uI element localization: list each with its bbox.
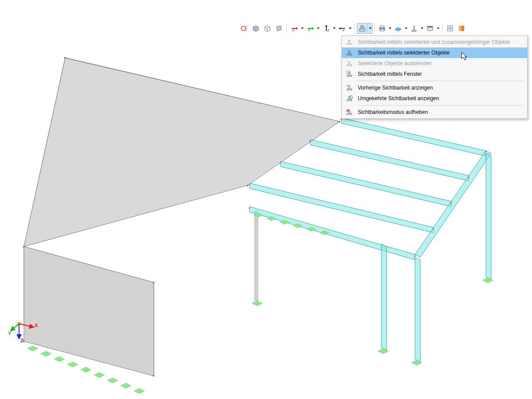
mesh-icon-button[interactable] (445, 23, 455, 34)
menu-visibility-selected[interactable]: Sichtbarkeit mittels selektierter Objekt… (342, 47, 527, 58)
menu-label: Sichtbarkeitsmodus aufheben (358, 108, 428, 116)
svg-line-93 (347, 61, 352, 66)
svg-rect-40 (414, 255, 415, 257)
menu-separator (357, 81, 524, 81)
svg-marker-61 (252, 301, 262, 306)
svg-point-91 (348, 51, 350, 53)
svg-rect-90 (347, 54, 352, 55)
chevron-down-icon[interactable] (332, 23, 336, 34)
svg-rect-22 (23, 246, 24, 247)
svg-line-67 (11, 324, 19, 331)
svg-marker-34 (415, 257, 420, 362)
svg-rect-41 (340, 119, 342, 120)
svg-marker-50 (81, 367, 91, 372)
surface-dropdown[interactable] (392, 23, 408, 34)
svg-rect-23 (247, 185, 248, 186)
svg-marker-48 (54, 356, 65, 362)
view-wire-button[interactable] (262, 23, 273, 34)
chevron-down-icon[interactable] (368, 23, 372, 34)
toolbar-sep-2 (354, 24, 355, 33)
svg-marker-54 (134, 388, 145, 394)
chevron-down-icon[interactable] (404, 23, 408, 34)
menu-label: Vorherige Sichtbarkeit anzeigen (358, 84, 433, 92)
svg-line-66 (19, 324, 34, 327)
svg-rect-98 (347, 113, 352, 115)
microscope-icon (344, 38, 354, 46)
svg-rect-45 (249, 207, 250, 209)
view-iso-button[interactable] (239, 23, 250, 34)
microscope-invert-icon (344, 94, 354, 102)
svg-marker-49 (67, 362, 78, 367)
microscope-back-icon (344, 84, 354, 92)
view-solid-button[interactable] (250, 23, 261, 34)
svg-point-79 (361, 26, 363, 28)
svg-point-69 (241, 26, 246, 31)
view-axis-y-button[interactable]: Y (305, 23, 321, 34)
render-dropdown[interactable] (424, 23, 440, 34)
svg-rect-38 (450, 202, 452, 203)
menu-label: Sichtbarkeit mittels selektierter und zu… (358, 38, 510, 46)
view-axis-z-button[interactable]: Z (321, 23, 336, 34)
svg-marker-35 (381, 244, 387, 350)
menu-visibility-related[interactable]: Sichtbarkeit mittels selektierter und zu… (342, 37, 527, 47)
menu-label: Selektierte Objekte ausblenden (358, 59, 432, 67)
chevron-down-icon[interactable] (388, 23, 392, 34)
svg-text:X: X (292, 28, 295, 32)
toolbar-sep-1 (286, 24, 287, 33)
svg-marker-52 (107, 378, 118, 383)
menu-visibility-previous[interactable]: Vorherige Sichtbarkeit anzeigen (342, 82, 527, 93)
svg-marker-46 (27, 346, 38, 351)
svg-marker-33 (486, 153, 491, 279)
menu-visibility-invert[interactable]: Umgekehrte Sichtbarkeit anzeigen (342, 93, 527, 104)
color-icon-button[interactable] (456, 23, 467, 34)
svg-rect-39 (433, 228, 434, 230)
svg-marker-53 (121, 383, 131, 388)
menu-label: Umgekehrte Sichtbarkeit anzeigen (358, 94, 439, 102)
svg-rect-96 (347, 89, 352, 90)
menu-hide-selected[interactable]: Selektierte Objekte ausblenden (342, 58, 527, 69)
view-axis-negx-button[interactable]: -X (336, 23, 352, 34)
visibility-menu: Sichtbarkeit mittels selektierter und zu… (341, 35, 528, 119)
svg-text:-X: -X (341, 29, 344, 32)
support-dropdown[interactable] (408, 23, 424, 34)
svg-rect-36 (485, 151, 486, 152)
svg-rect-94 (347, 75, 352, 77)
chevron-down-icon[interactable] (348, 23, 352, 34)
axis-gizmo: X Y Z (8, 310, 43, 346)
view-persp-button[interactable] (274, 23, 284, 34)
chevron-down-icon[interactable] (300, 23, 305, 34)
svg-marker-47 (41, 351, 51, 356)
microscope-cancel-icon (344, 108, 354, 116)
svg-rect-86 (459, 26, 462, 31)
svg-rect-44 (249, 184, 250, 185)
svg-rect-88 (347, 43, 352, 45)
svg-rect-81 (380, 26, 384, 27)
menu-visibility-cancel[interactable]: Sichtbarkeitsmodus aufheben (342, 107, 527, 117)
visibility-dropdown[interactable] (356, 23, 372, 34)
chevron-down-icon[interactable] (420, 23, 424, 34)
view-axis-x-button[interactable]: X (289, 23, 305, 34)
svg-rect-97 (347, 100, 352, 101)
svg-rect-42 (309, 141, 311, 142)
svg-marker-27 (341, 118, 486, 156)
chevron-down-icon[interactable] (436, 23, 440, 34)
chevron-down-icon[interactable] (316, 23, 321, 34)
svg-point-89 (348, 40, 350, 42)
menu-separator (357, 105, 524, 106)
print-dropdown[interactable] (376, 23, 392, 34)
svg-rect-26 (153, 375, 154, 376)
svg-rect-78 (360, 29, 365, 31)
svg-rect-87 (462, 26, 464, 31)
svg-rect-25 (153, 282, 154, 283)
svg-rect-43 (280, 162, 281, 164)
axis-y-label: Y (8, 331, 11, 336)
svg-rect-20 (64, 57, 66, 59)
axis-z-label: Z (20, 338, 23, 343)
microscope-off-icon (344, 59, 354, 67)
menu-visibility-window[interactable]: Sichtbarkeit mittels Fenster (342, 69, 527, 79)
building-block (24, 58, 340, 376)
microscope-icon (344, 49, 354, 57)
svg-rect-21 (339, 121, 340, 122)
svg-marker-51 (94, 372, 105, 378)
svg-rect-37 (468, 176, 469, 178)
